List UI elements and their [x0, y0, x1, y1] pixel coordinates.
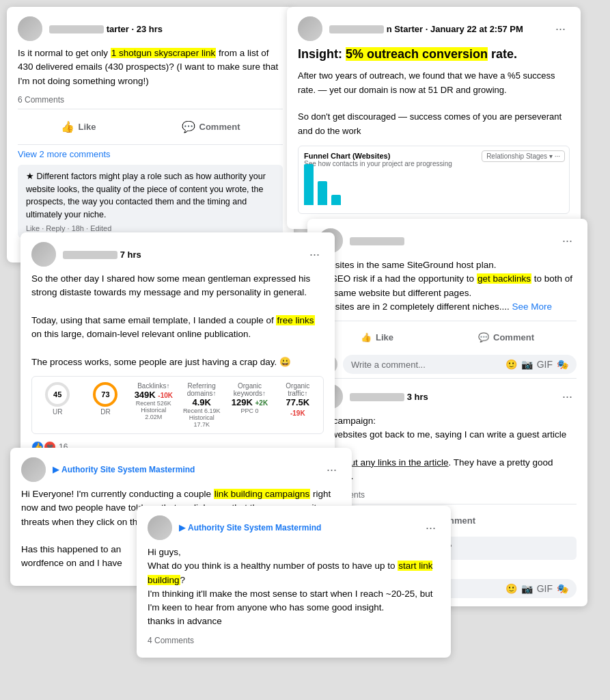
post-meta4: [350, 236, 558, 246]
author-blurred2: [329, 25, 384, 33]
comment-input4[interactable]: Write a comment... 🙂 📷 GIF 🎭: [343, 355, 577, 374]
post-header6: ▶ Authority Site System Mastermind ···: [148, 515, 440, 540]
write-comment-placeholder4: Write a comment...: [351, 360, 426, 370]
dots-menu6[interactable]: ···: [421, 520, 440, 537]
backlinks-sub2: Historical 2.02M: [134, 407, 174, 420]
comment-label: Comment: [199, 122, 240, 132]
post-stats: 6 Comments: [18, 95, 283, 105]
body5-pre: Hi Everyone! I'm currently conducting a …: [21, 489, 214, 499]
funnel-select-label: Relationship Stages: [486, 152, 547, 160]
body4-3: websites are in 2 completely different n…: [318, 301, 552, 312]
post-author4: [350, 236, 558, 246]
backlinks-sub: Recent 526K: [134, 400, 174, 407]
post-body: Is it normal to get only 1 shotgun skysc…: [18, 46, 283, 88]
insight-title: Insight: 5% outreach conversion rate.: [298, 46, 570, 62]
avatar5: [21, 457, 46, 482]
card-start-link-building: ▶ Authority Site System Mastermind ··· H…: [137, 506, 451, 658]
dots-menu5[interactable]: ···: [322, 461, 341, 479]
camera-icon4: 📷: [521, 359, 533, 370]
body6-3: thanks in advance: [148, 616, 222, 626]
comment-text: ★ Different factors might play a role su…: [26, 170, 275, 221]
view-comments[interactable]: View 2 more comments: [18, 149, 283, 159]
insight-highlight: 5% outreach conversion: [346, 47, 488, 61]
metric-backlinks: Backlinks↑ 349K -10K Recent 526K Histori…: [134, 382, 174, 428]
like-icon: 👍: [61, 120, 74, 133]
comment-count4b: 3 Comments: [318, 490, 577, 500]
emoji4b: 🙂: [505, 583, 517, 594]
post-body4b: ost campaign: he websites got back to me…: [318, 414, 577, 483]
post-header4b: 3 hrs ···: [318, 384, 577, 409]
comment-actions: Like · Reply · 18h · Edited: [26, 224, 275, 232]
write-comment4: Write a comment... 🙂 📷 GIF 🎭: [318, 355, 577, 374]
like-btn4[interactable]: 👍 Like: [350, 328, 404, 347]
post-author2: n Starter · January 22 at 2:57 PM: [329, 24, 551, 34]
metric-ur: 45 UR: [38, 382, 77, 428]
emoji-icon4: 🙂: [505, 359, 517, 370]
body6-pre: What do you think is a healthy number of…: [148, 561, 398, 571]
card-outreach-conversion: n Starter · January 22 at 2:57 PM ··· In…: [287, 7, 581, 229]
organic-traffic-value: 77.5K -19K: [278, 397, 318, 418]
comment-emoji-icons4: 🙂 📷 GIF 🎭: [505, 359, 568, 370]
post-header5: ▶ Authority Site System Mastermind ···: [21, 457, 341, 482]
avatar2: [298, 16, 322, 41]
group-link6[interactable]: ▶ Authority Site System Mastermind: [179, 523, 421, 533]
backlinks-label: Backlinks↑: [134, 382, 174, 390]
dots-menu4[interactable]: ···: [558, 232, 577, 250]
ref-domains-label: Referring domains↑: [182, 382, 221, 397]
body4-2pre: an SEO risk if a had the opportunity to: [318, 273, 477, 284]
body-pre: Is it normal to get only: [18, 48, 111, 58]
comment-count6: 4 Comments: [148, 636, 194, 645]
avatar: [18, 16, 42, 41]
ur-label: UR: [38, 408, 77, 416]
dr-label: DR: [85, 408, 125, 416]
dots-menu4b[interactable]: ···: [558, 388, 577, 405]
body6-intro: Hi guys,: [148, 547, 181, 557]
action-bar4: 👍 Like 💬 Comment: [318, 325, 577, 349]
body5-2end: wordfence on and I have: [21, 558, 122, 568]
comment-icon: 💬: [182, 120, 195, 133]
ref-domains-sub2: Historical 17.7K: [182, 414, 221, 428]
like-icon4: 👍: [361, 332, 372, 342]
post-meta2: n Starter · January 22 at 2:57 PM: [329, 24, 551, 34]
post-header2: n Starter · January 22 at 2:57 PM ···: [298, 16, 570, 41]
organic-kw-label: Organic keywords↑: [230, 382, 269, 397]
group-arrow6: ▶: [179, 523, 185, 533]
comment-button[interactable]: 💬 Comment: [171, 116, 251, 137]
group-arrow5: ▶: [53, 465, 59, 474]
ur-circle: 45: [45, 382, 70, 407]
dr-value: 73: [101, 390, 109, 399]
see-more-link[interactable]: See More: [512, 301, 552, 312]
post-meta5: ▶ Authority Site System Mastermind: [53, 465, 322, 474]
comment-star-text: ★ Different factors might play a role su…: [26, 172, 266, 219]
post-header3: 7 hrs ···: [31, 242, 324, 267]
post-body3: So the other day I shared how some mean …: [31, 272, 324, 369]
funnel-chart: Funnel Chart (Websites) See how contacts…: [298, 146, 570, 214]
organic-kw-sub: PPC 0: [230, 407, 269, 414]
metric-organic-traffic: Organic traffic↑ 77.5K -19K: [278, 382, 318, 428]
post-author: tarter · 23 hrs: [49, 24, 283, 34]
metric-dr: 73 DR: [85, 382, 125, 428]
author-blurred3: [63, 251, 117, 259]
highlight-free-links: free links: [276, 315, 314, 325]
funnel-select[interactable]: Relationship Stages ▾ ···: [482, 150, 565, 162]
avatar6: [148, 515, 172, 540]
author-suffix: tarter · 23 hrs: [107, 24, 163, 34]
metrics-row: 45 UR 73 DR Backlinks↑ 349K -10K Recent …: [31, 376, 324, 434]
campaign-text: ost campaign: he websites got back to me…: [318, 416, 566, 481]
dots-menu3[interactable]: ···: [305, 246, 324, 263]
divider4a: [318, 321, 577, 321]
backlinks-value: 349K -10K: [134, 390, 174, 400]
post-meta6: ▶ Authority Site System Mastermind: [179, 523, 421, 533]
insight-body1: After two years of outreach, we found th…: [298, 69, 570, 98]
like-label4: Like: [376, 332, 393, 342]
group-link5[interactable]: ▶ Authority Site System Mastermind: [53, 465, 322, 474]
post-meta4b: 3 hrs: [350, 392, 558, 402]
like-label: Like: [79, 122, 96, 132]
comment-label4: Comment: [493, 332, 534, 342]
comment-btn4[interactable]: 💬 Comment: [467, 328, 545, 347]
dots-menu2[interactable]: ···: [551, 21, 570, 38]
ref-domains-sub: Recent 6.19K: [182, 407, 221, 414]
highlight-get-backlinks: get backlinks: [477, 273, 531, 284]
gif4b: GIF: [537, 583, 553, 594]
like-button[interactable]: 👍 Like: [50, 116, 107, 137]
